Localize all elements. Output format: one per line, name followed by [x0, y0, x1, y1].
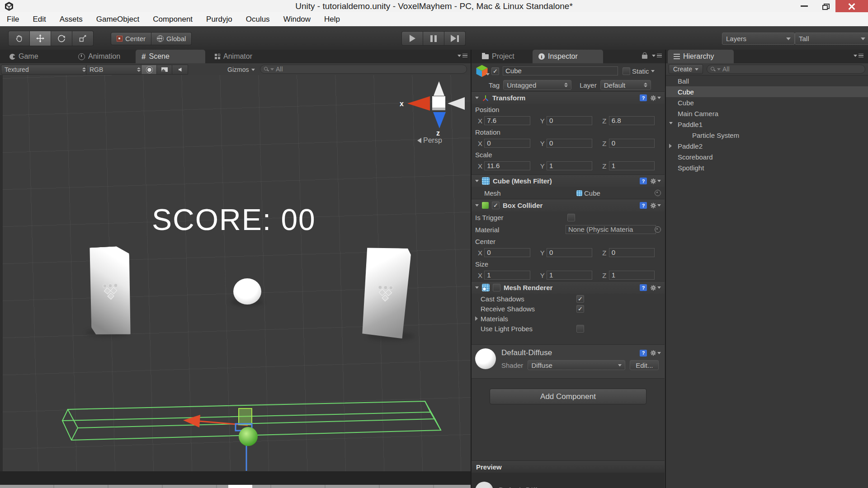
lighting-toggle-button[interactable]: [141, 65, 157, 75]
position-x-field[interactable]: 7.6: [484, 116, 530, 125]
hierarchy-search-input[interactable]: All: [707, 65, 865, 74]
help-book-icon[interactable]: [640, 350, 647, 357]
layer-dropdown[interactable]: Default: [600, 80, 651, 90]
menu-purdyjo[interactable]: Purdyjo: [199, 15, 239, 24]
panel-divider[interactable]: [471, 50, 472, 488]
lock-icon[interactable]: [642, 55, 647, 59]
pan-tool-button[interactable]: [8, 31, 30, 46]
tab-game[interactable]: Game: [4, 50, 44, 63]
foldout-expanded-icon[interactable]: [475, 204, 479, 206]
hierarchy-item-scoreboard[interactable]: Scoreboard: [666, 151, 868, 162]
tab-inspector[interactable]: Inspector: [533, 50, 603, 63]
size-y-field[interactable]: 1: [547, 271, 592, 280]
rotation-z-field[interactable]: 0: [609, 139, 655, 148]
hierarchy-item-paddle2[interactable]: Paddle2: [666, 141, 868, 151]
shader-edit-button[interactable]: Edit...: [630, 360, 659, 370]
menu-assets[interactable]: Assets: [53, 15, 90, 24]
receive-shadows-checkbox[interactable]: [576, 305, 584, 313]
hierarchy-item-paddle1[interactable]: Paddle1: [666, 119, 868, 130]
inspector-panel-menu-button[interactable]: [652, 54, 662, 58]
play-button[interactable]: [401, 31, 423, 46]
hierarchy-item-ball[interactable]: Ball: [666, 75, 868, 86]
rotation-y-field[interactable]: 0: [547, 139, 592, 148]
hierarchy-item-spotlight[interactable]: Spotlight: [666, 162, 868, 173]
tab-hierarchy[interactable]: Hierarchy: [668, 50, 734, 63]
hierarchy-item-main-camera[interactable]: Main Camera: [666, 108, 868, 119]
hierarchy-item-particle-system[interactable]: Particle System: [666, 130, 868, 141]
gizmos-dropdown[interactable]: Gizmos: [224, 65, 260, 75]
active-checkbox[interactable]: [491, 67, 499, 75]
tab-project[interactable]: Project: [476, 50, 520, 63]
mesh-filter-header[interactable]: Cube (Mesh Filter): [472, 174, 665, 187]
menu-edit[interactable]: Edit: [26, 15, 52, 24]
prefab-chevron-icon[interactable]: [486, 73, 490, 75]
pause-button[interactable]: [423, 31, 444, 46]
help-book-icon[interactable]: [640, 284, 647, 291]
render-mode-dropdown[interactable]: RGB: [86, 65, 144, 75]
scale-x-field[interactable]: 11.6: [484, 161, 530, 170]
position-y-field[interactable]: 0: [547, 116, 592, 125]
scale-y-field[interactable]: 1: [547, 161, 592, 170]
skybox-toggle-button[interactable]: [156, 65, 173, 75]
object-picker-icon[interactable]: [655, 226, 661, 233]
gameobject-name-field[interactable]: Cube: [503, 66, 618, 75]
mesh-renderer-enabled-checkbox[interactable]: [493, 284, 500, 291]
add-component-button[interactable]: Add Component: [490, 389, 646, 404]
restore-button[interactable]: [815, 0, 835, 12]
hierarchy-item-cube-selected[interactable]: Cube: [666, 86, 868, 97]
draw-mode-dropdown[interactable]: Textured: [1, 65, 90, 75]
help-book-icon[interactable]: [640, 202, 647, 209]
size-z-field[interactable]: 1: [609, 271, 655, 280]
hierarchy-item-cube[interactable]: Cube: [666, 97, 868, 108]
gear-menu-button[interactable]: [650, 202, 661, 209]
size-x-field[interactable]: 1: [484, 271, 530, 280]
foldout-collapsed-icon[interactable]: [475, 316, 478, 321]
transform-header[interactable]: Transform: [472, 91, 665, 104]
use-light-probes-checkbox[interactable]: [576, 325, 584, 333]
center-y-field[interactable]: 0: [547, 248, 592, 257]
box-collider-enabled-checkbox[interactable]: [492, 202, 500, 209]
help-book-icon[interactable]: [640, 178, 647, 184]
menu-gameobject[interactable]: GameObject: [90, 15, 146, 24]
static-checkbox[interactable]: [623, 67, 630, 75]
static-chevron-icon[interactable]: [651, 70, 655, 72]
tab-animator[interactable]: Animator: [209, 50, 258, 63]
rotation-mode-button[interactable]: Global: [151, 32, 192, 45]
step-button[interactable]: [444, 31, 466, 46]
center-x-field[interactable]: 0: [484, 248, 530, 257]
help-book-icon[interactable]: [640, 94, 647, 101]
scene-search-input[interactable]: All: [260, 65, 467, 74]
menu-help[interactable]: Help: [317, 15, 347, 24]
scale-tool-button[interactable]: [72, 31, 94, 46]
shader-dropdown[interactable]: Diffuse: [528, 360, 625, 370]
center-z-field[interactable]: 0: [609, 248, 655, 257]
gear-menu-button[interactable]: [650, 95, 661, 101]
hierarchy-panel-menu-button[interactable]: [854, 54, 863, 58]
pivot-mode-button[interactable]: Center: [111, 32, 151, 45]
panel-divider[interactable]: [665, 50, 666, 488]
menu-file[interactable]: File: [0, 15, 26, 24]
rotation-x-field[interactable]: 0: [484, 139, 530, 148]
menu-oculus[interactable]: Oculus: [239, 15, 277, 24]
foldout-expanded-icon[interactable]: [669, 122, 673, 124]
mesh-object-field[interactable]: Cube: [576, 189, 600, 197]
foldout-collapsed-icon[interactable]: [669, 144, 672, 148]
scene-viewport[interactable]: SCORE: 00: [0, 75, 471, 471]
scene-panel-menu-button[interactable]: [458, 54, 467, 58]
layers-dropdown[interactable]: Layers: [722, 33, 795, 45]
rotate-tool-button[interactable]: [51, 31, 72, 46]
materials-row[interactable]: Materials: [472, 314, 665, 324]
create-button[interactable]: Create: [669, 64, 703, 74]
perspective-toggle[interactable]: Persp: [417, 136, 442, 145]
foldout-expanded-icon[interactable]: [475, 97, 479, 99]
physic-material-field[interactable]: None (Physic Materia: [566, 225, 656, 234]
gear-menu-button[interactable]: [650, 350, 661, 356]
mesh-renderer-header[interactable]: Mesh Renderer: [472, 281, 665, 294]
gear-menu-button[interactable]: [650, 178, 661, 184]
gear-menu-button[interactable]: [650, 285, 661, 291]
box-collider-header[interactable]: Box Collider: [472, 199, 665, 211]
tag-dropdown[interactable]: Untagged: [503, 80, 571, 90]
audio-toggle-button[interactable]: [172, 65, 188, 75]
minimize-button[interactable]: [794, 0, 815, 12]
layout-dropdown[interactable]: Tall: [795, 33, 868, 45]
